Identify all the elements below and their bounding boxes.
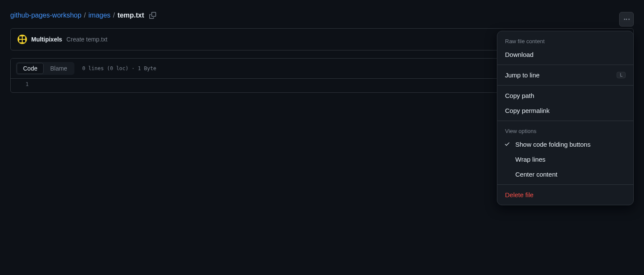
menu-item-copy-path[interactable]: Copy path xyxy=(497,88,633,103)
menu-divider xyxy=(497,65,633,65)
line-number[interactable]: 1 xyxy=(11,81,29,87)
more-options-menu: Raw file content Download Jump to line L… xyxy=(497,31,634,205)
commit-author[interactable]: Multipixels xyxy=(31,36,62,43)
copy-path-button[interactable] xyxy=(148,10,158,21)
file-stats: 0 lines (0 loc) · 1 Byte xyxy=(82,65,156,71)
breadcrumb-sep: / xyxy=(113,12,115,19)
menu-item-label: Delete file xyxy=(505,191,534,198)
menu-item-label: Jump to line xyxy=(505,71,540,79)
line-number-gutter: 1 xyxy=(11,79,36,92)
menu-item-wrap-lines[interactable]: Wrap lines xyxy=(497,152,633,167)
menu-item-show-code-folding[interactable]: Show code folding buttons xyxy=(497,137,633,152)
menu-item-label: Show code folding buttons xyxy=(515,141,591,148)
breadcrumb-current-file: temp.txt xyxy=(118,12,144,19)
menu-item-label: Download xyxy=(505,51,534,58)
menu-divider xyxy=(497,121,633,121)
copy-icon xyxy=(149,12,156,19)
breadcrumb-row: github-pages-workshop / images / temp.tx… xyxy=(10,10,634,21)
breadcrumb-sep: / xyxy=(84,12,86,19)
breadcrumb-repo-link[interactable]: github-pages-workshop xyxy=(10,12,81,19)
menu-section-raw: Raw file content xyxy=(497,34,633,47)
tab-blame[interactable]: Blame xyxy=(44,63,74,74)
menu-item-label: Copy path xyxy=(505,92,534,99)
view-toggle: Code Blame xyxy=(16,62,74,75)
commit-message[interactable]: Create temp.txt xyxy=(66,36,107,43)
menu-divider xyxy=(497,184,633,185)
tab-code[interactable]: Code xyxy=(17,63,44,74)
breadcrumb: github-pages-workshop / images / temp.tx… xyxy=(10,12,144,19)
menu-item-label: Wrap lines xyxy=(515,156,546,163)
menu-divider xyxy=(497,85,633,86)
kebab-icon xyxy=(623,16,630,23)
menu-item-label: Center content xyxy=(515,171,557,178)
menu-item-center-content[interactable]: Center content xyxy=(497,167,633,182)
avatar[interactable] xyxy=(18,35,27,44)
menu-item-delete-file[interactable]: Delete file xyxy=(497,187,633,202)
check-icon xyxy=(504,141,510,148)
menu-item-jump-to-line[interactable]: Jump to line L xyxy=(497,68,633,83)
kbd-shortcut: L xyxy=(617,72,626,78)
more-options-button[interactable] xyxy=(619,12,634,27)
menu-item-download[interactable]: Download xyxy=(497,47,633,62)
menu-item-label: Copy permalink xyxy=(505,107,549,114)
breadcrumb-folder-link[interactable]: images xyxy=(89,12,111,19)
menu-item-copy-permalink[interactable]: Copy permalink xyxy=(497,103,633,118)
menu-section-view: View options xyxy=(497,124,633,137)
